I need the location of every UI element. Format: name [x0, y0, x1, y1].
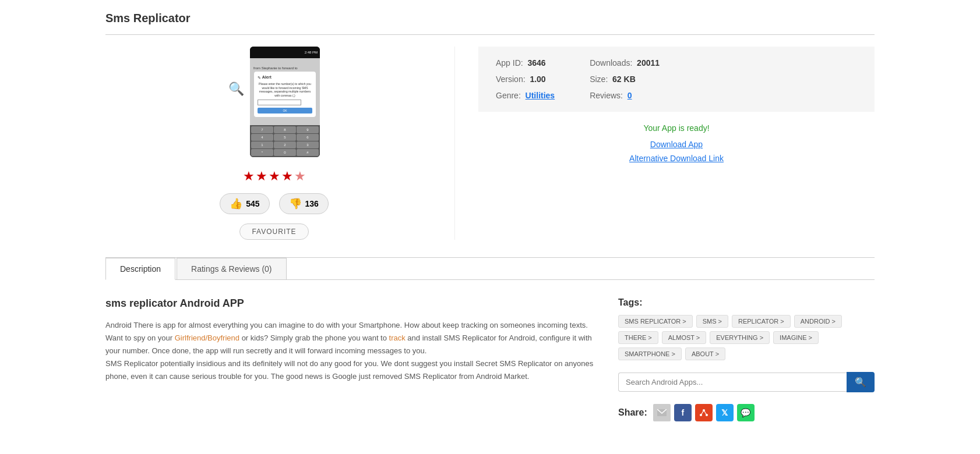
zoom-icon[interactable]: 🔍: [228, 81, 244, 97]
share-facebook-icon[interactable]: f: [674, 404, 692, 421]
tags-label: Tags:: [618, 297, 875, 308]
tab-ratings[interactable]: Ratings & Reviews (0): [177, 258, 287, 279]
genre-link[interactable]: Utilities: [526, 91, 555, 100]
tag-imagine[interactable]: IMAGINE >: [773, 331, 819, 344]
tab-description[interactable]: Description: [105, 258, 175, 280]
tag-everything[interactable]: EVERYTHING >: [710, 331, 770, 344]
favourite-button[interactable]: FAVOURITE: [239, 224, 308, 240]
tag-there[interactable]: THERE >: [618, 331, 658, 344]
share-whatsapp-icon[interactable]: 💬: [737, 404, 755, 421]
share-twitter-icon[interactable]: 𝕏: [716, 404, 734, 421]
tag-about[interactable]: ABOUT >: [685, 347, 725, 360]
search-row: 🔍: [618, 372, 875, 392]
genre-label: Genre:: [496, 91, 521, 100]
thumbs-down-icon: 👎: [289, 197, 302, 210]
app-ready-text: Your App is ready!: [478, 123, 875, 133]
tag-almost[interactable]: ALMOST >: [662, 331, 707, 344]
downloads-label: Downloads:: [590, 58, 632, 68]
app-id-value: 3646: [527, 58, 545, 68]
app-info-panel: App ID: 3646 Version: 1.00 Genre: Utilit…: [473, 47, 875, 240]
thumbs-down-button[interactable]: 👎 136: [279, 193, 329, 214]
description-column: sms replicator Android APP Android There…: [105, 297, 595, 421]
share-icons: f 𝕏 💬: [653, 404, 755, 421]
size-value: 62 KB: [612, 75, 636, 84]
tabs-row: Description Ratings & Reviews (0): [105, 258, 875, 280]
description-title: sms replicator Android APP: [105, 297, 595, 310]
thumbs-up-count: 545: [246, 199, 259, 208]
star-rating: ★ ★ ★ ★ ★: [243, 169, 306, 184]
search-button[interactable]: 🔍: [847, 372, 875, 392]
alt-download-link[interactable]: Alternative Download Link: [629, 154, 724, 163]
thumbs-up-icon: 👍: [230, 197, 242, 210]
description-text: Android There is app for almost everythi…: [105, 319, 595, 383]
thumbs-up-button[interactable]: 👍 545: [220, 193, 269, 214]
share-row: Share: f 𝕏 💬: [618, 404, 875, 421]
tag-sms-replicator[interactable]: SMS REPLICATOR >: [618, 315, 693, 328]
tabs-section: Description Ratings & Reviews (0): [105, 257, 875, 280]
share-label: Share:: [618, 407, 647, 418]
svg-line-5: [704, 410, 707, 415]
svg-line-4: [701, 410, 704, 415]
tags-container: SMS REPLICATOR > SMS > REPLICATOR > ANDR…: [618, 315, 875, 360]
thumbs-down-count: 136: [305, 199, 319, 208]
page-title: Sms Replicator: [105, 12, 875, 25]
version-label: Version:: [496, 75, 526, 84]
version-value: 1.00: [530, 75, 545, 84]
tag-android[interactable]: ANDROID >: [794, 315, 842, 328]
search-icon: 🔍: [855, 377, 866, 388]
downloads-value: 20011: [637, 58, 660, 68]
reviews-link[interactable]: 0: [628, 91, 632, 100]
reviews-label: Reviews:: [590, 91, 623, 100]
tag-smartphone[interactable]: SMARTPHONE >: [618, 347, 682, 360]
share-share-icon[interactable]: [695, 404, 713, 421]
tag-replicator[interactable]: REPLICATOR >: [732, 315, 791, 328]
search-input[interactable]: [618, 373, 847, 392]
app-id-label: App ID:: [496, 58, 523, 68]
download-links: Download App Alternative Download Link: [478, 140, 875, 163]
download-app-link[interactable]: Download App: [650, 140, 703, 149]
app-screenshot: 2:48 PM from Stephanie to forward to ✎ A…: [250, 47, 320, 157]
tag-sms[interactable]: SMS >: [696, 315, 728, 328]
app-metadata: App ID: 3646 Version: 1.00 Genre: Utilit…: [478, 47, 875, 112]
size-label: Size:: [590, 75, 608, 84]
share-email-icon[interactable]: [653, 404, 671, 421]
sidebar-column: Tags: SMS REPLICATOR > SMS > REPLICATOR …: [618, 297, 875, 421]
